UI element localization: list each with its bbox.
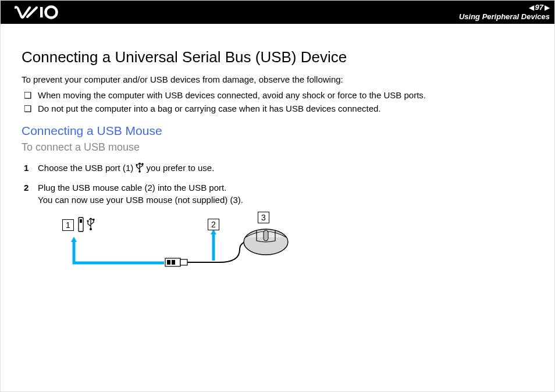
page-title: Connecting a Universal Serial Bus (USB) …: [22, 48, 533, 66]
prev-arrow-icon[interactable]: ◀: [529, 3, 534, 12]
page-content: Connecting a Universal Serial Bus (USB) …: [1, 24, 554, 281]
svg-point-1: [46, 7, 57, 18]
callout-1: 1: [62, 219, 74, 231]
section-title: Using Peripheral Devices: [459, 12, 550, 22]
list-item: Plug the USB mouse cable (2) into the US…: [22, 181, 533, 206]
list-item: Choose the USB port (1) you prefer to us…: [22, 162, 533, 176]
svg-rect-11: [167, 260, 170, 265]
svg-rect-6: [80, 219, 82, 223]
procedure-title: To connect a USB mouse: [22, 141, 533, 154]
list-item: When moving the computer with USB device…: [22, 90, 533, 100]
next-arrow-icon[interactable]: ▶: [545, 3, 550, 12]
intro-text: To prevent your computer and/or USB devi…: [22, 74, 533, 84]
header-right: ◀ 97 ▶ Using Peripheral Devices: [459, 2, 550, 22]
step-text: you prefer to use.: [144, 163, 214, 173]
callout-3: 3: [258, 212, 269, 223]
usb-icon: [136, 162, 144, 176]
svg-rect-8: [92, 219, 94, 220]
steps-list: Choose the USB port (1) you prefer to us…: [22, 162, 533, 206]
callout-2: 2: [208, 219, 219, 230]
svg-point-2: [136, 164, 138, 166]
svg-rect-12: [172, 260, 175, 265]
caution-list: When moving the computer with USB device…: [22, 90, 533, 113]
list-item: Do not put the computer into a bag or ca…: [22, 104, 533, 113]
svg-rect-0: [40, 7, 43, 17]
page-number: 97: [535, 3, 543, 12]
vaio-logo: [15, 5, 73, 19]
connection-diagram: 1 2 3: [39, 212, 295, 281]
header-bar: ◀ 97 ▶ Using Peripheral Devices: [1, 1, 554, 24]
svg-rect-13: [180, 259, 187, 265]
svg-point-7: [87, 220, 88, 222]
svg-rect-15: [264, 230, 268, 241]
svg-point-4: [139, 170, 141, 173]
step-text: Choose the USB port (1): [38, 163, 136, 173]
subheading: Connecting a USB Mouse: [22, 124, 533, 138]
svg-point-9: [90, 228, 92, 230]
page-nav: ◀ 97 ▶: [529, 3, 550, 12]
